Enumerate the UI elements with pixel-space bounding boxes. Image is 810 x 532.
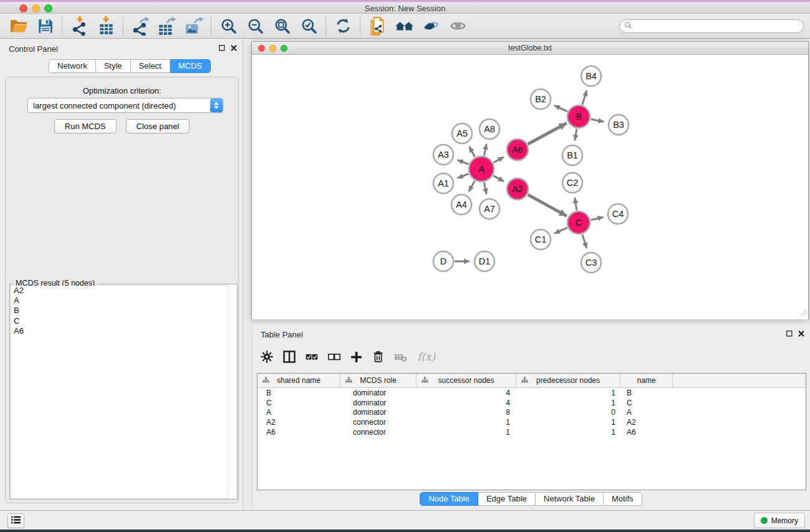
memory-button[interactable]: Memory [754, 513, 805, 528]
graph-edge-C-C4[interactable] [591, 217, 604, 220]
graph-node-A4[interactable]: A4 [451, 195, 471, 215]
graph-edge-A-A2[interactable] [493, 176, 504, 181]
graph-edge-A2-C[interactable] [528, 195, 567, 216]
graph-node-D[interactable]: D [433, 251, 453, 271]
graph-node-A5[interactable]: A5 [452, 123, 472, 143]
graph-node-A1[interactable]: A1 [433, 173, 453, 193]
graph-edge-A-A1[interactable] [457, 174, 468, 178]
graph-node-A2[interactable]: A2 [507, 178, 528, 200]
graph-node-C[interactable]: C [567, 211, 590, 234]
column-header-successor-nodes[interactable]: successor nodes [417, 374, 516, 387]
close-icon[interactable] [230, 44, 238, 52]
tab-edge-table[interactable]: Edge Table [478, 492, 536, 506]
graph-node-C1[interactable]: C1 [531, 230, 551, 249]
graph-node-D1[interactable]: D1 [475, 251, 494, 271]
run-mcds-button[interactable]: Run MCDS [54, 119, 117, 133]
open-file-button[interactable] [5, 15, 32, 37]
import-table-button[interactable] [93, 15, 120, 37]
graph-edge-C-C3[interactable] [582, 235, 587, 248]
graph-node-C4[interactable]: C4 [608, 204, 628, 224]
table-settings-button[interactable] [261, 351, 273, 363]
graph-node-A6[interactable]: A6 [507, 139, 528, 160]
graph-edge-A-A3[interactable] [457, 160, 468, 164]
graph-node-B2[interactable]: B2 [531, 89, 551, 109]
table-row[interactable]: A2connector11A2 [258, 417, 806, 427]
search-field[interactable] [619, 19, 804, 33]
save-session-button[interactable] [32, 15, 59, 37]
tab-node-table[interactable]: Node Table [420, 492, 478, 506]
graph-edge-B-B3[interactable] [591, 119, 604, 122]
zoom-in-button[interactable] [215, 15, 242, 37]
export-network-button[interactable] [127, 15, 154, 37]
float-icon[interactable] [218, 44, 226, 52]
graph-edge-A-A7[interactable] [484, 183, 486, 195]
float-icon[interactable] [786, 330, 793, 337]
mcds-result-item[interactable]: C [11, 316, 236, 326]
node-table[interactable]: shared nameMCDS rolesuccessor nodesprede… [257, 373, 806, 490]
unselect-all-button[interactable] [328, 351, 340, 363]
tab-style[interactable]: Style [96, 59, 131, 73]
network-canvas[interactable]: AA1A2A3A4A5A6A7A8BB1B2B3B4CC1C2C3C4DD1 [252, 55, 808, 319]
select-all-button[interactable] [306, 351, 318, 363]
graph-node-A7[interactable]: A7 [480, 199, 499, 219]
result-scrollbar[interactable] [228, 284, 237, 499]
graph-edge-B-B1[interactable] [575, 129, 577, 141]
graph-edge-B-B2[interactable] [554, 105, 567, 112]
table-row[interactable]: A6connector11A6 [258, 427, 806, 437]
import-network-button[interactable] [66, 15, 93, 37]
mcds-result-item[interactable]: A2 [11, 286, 236, 296]
column-header-shared-name[interactable]: shared name [258, 374, 340, 387]
graph-edge-C-C2[interactable] [575, 198, 577, 211]
mcds-result-item[interactable]: B [11, 306, 236, 316]
table-row[interactable]: Bdominator41B [258, 388, 806, 398]
home-button[interactable] [391, 15, 418, 37]
search-input[interactable] [635, 21, 803, 32]
export-image-button[interactable] [181, 15, 208, 37]
criterion-dropdown[interactable]: largest connected component (directed) [27, 98, 223, 113]
tab-select[interactable]: Select [131, 59, 170, 73]
zoom-out-button[interactable] [242, 15, 269, 37]
column-header-MCDS-role[interactable]: MCDS role [340, 374, 417, 387]
graph-node-B[interactable]: B [567, 105, 590, 128]
graphics-details-button[interactable] [418, 15, 445, 37]
network-window-titlebar[interactable]: testGlobe.txt [252, 42, 808, 55]
export-table-button[interactable] [154, 15, 181, 37]
graph-node-B1[interactable]: B1 [562, 145, 582, 165]
show-columns-button[interactable] [283, 351, 296, 363]
column-header-predecessor-nodes[interactable]: predecessor nodes [516, 374, 620, 387]
graph-edge-B-B4[interactable] [582, 90, 587, 105]
graph-node-C2[interactable]: C2 [562, 173, 582, 193]
clone-network-button[interactable] [364, 15, 391, 37]
delete-column-button[interactable] [372, 351, 384, 363]
graph-edge-A-A5[interactable] [469, 147, 475, 157]
graph-edge-A-A8[interactable] [484, 144, 486, 156]
mcds-result-item[interactable]: A [11, 296, 236, 306]
graph-edge-A-A6[interactable] [493, 157, 504, 163]
birds-eye-view-button[interactable] [445, 15, 471, 37]
graph-edge-A6-B[interactable] [528, 123, 567, 143]
mcds-result-list[interactable]: A2ABCA6 [11, 286, 236, 498]
tab-network[interactable]: Network [49, 59, 96, 73]
tab-mcds[interactable]: MCDS [170, 59, 211, 73]
graph-node-B3[interactable]: B3 [609, 115, 629, 135]
graph-node-C3[interactable]: C3 [581, 253, 601, 273]
graph-node-A[interactable]: A [469, 157, 494, 181]
column-header-name[interactable]: name [620, 374, 673, 387]
graph-node-A3[interactable]: A3 [433, 145, 453, 165]
tab-motifs[interactable]: Motifs [604, 492, 642, 506]
refresh-network-button[interactable] [330, 15, 357, 37]
zoom-selected-button[interactable] [296, 15, 322, 37]
mcds-result-item[interactable]: A6 [11, 326, 236, 336]
tab-network-table[interactable]: Network Table [536, 492, 604, 506]
graph-node-B4[interactable]: B4 [581, 66, 601, 86]
graph-edge-A-A4[interactable] [469, 181, 475, 191]
graph-edge-C-C1[interactable] [554, 228, 567, 233]
zoom-fit-button[interactable] [269, 15, 296, 37]
add-column-button[interactable] [350, 351, 362, 363]
graph-node-A8[interactable]: A8 [480, 119, 499, 139]
table-row[interactable]: Cdominator41C [258, 398, 806, 408]
close-panel-button[interactable]: Close panel [126, 119, 190, 133]
close-icon[interactable] [798, 330, 805, 337]
task-history-button[interactable] [7, 513, 24, 528]
resize-grip-icon[interactable] [799, 307, 808, 318]
